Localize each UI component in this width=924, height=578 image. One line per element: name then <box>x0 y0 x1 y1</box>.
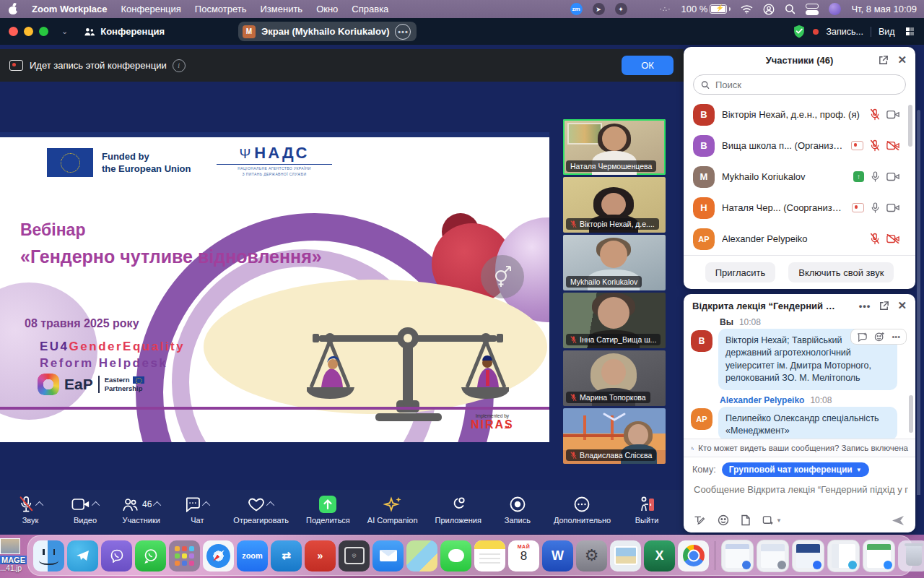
video-tile[interactable]: Наталя Чермошенцева <box>563 119 666 175</box>
calendar-dock-icon[interactable]: МАЙ 8 <box>508 540 539 571</box>
camera-icon[interactable] <box>886 203 899 212</box>
search-input[interactable] <box>714 79 898 91</box>
maps-dock-icon[interactable] <box>406 540 437 571</box>
notes-dock-icon[interactable] <box>474 540 505 571</box>
view-grid-icon[interactable] <box>906 27 915 36</box>
video-tile[interactable]: Марина Топоркова <box>563 350 666 406</box>
close-icon[interactable]: ✕ <box>897 299 907 312</box>
toolbar-chat-button[interactable]: Чат <box>178 495 216 525</box>
message-author[interactable]: Alexander Pelypeiko <box>720 395 804 405</box>
screenshot-icon[interactable] <box>762 515 774 526</box>
trash-dock-icon[interactable] <box>898 540 924 571</box>
telegram-dock-icon[interactable] <box>67 540 98 571</box>
keyboard-flag-icon[interactable] <box>637 5 650 13</box>
mail-dock-icon[interactable] <box>372 540 404 571</box>
whatsapp-dock-icon[interactable] <box>135 540 166 571</box>
menu-help[interactable]: Справка <box>352 4 388 14</box>
collapse-thumbnails-button[interactable] <box>563 412 666 422</box>
chat-message[interactable]: AP Пелипейко Олександр спеціальність «Ме… <box>691 407 908 439</box>
toolbar-share-button[interactable]: Поделиться <box>306 495 350 525</box>
mic-icon[interactable] <box>871 202 880 214</box>
mic-icon[interactable] <box>871 171 880 183</box>
toolbar-participants-button[interactable]: 46 Участники <box>121 495 161 525</box>
word-dock-icon[interactable]: W <box>542 540 573 571</box>
recording-status[interactable]: Запись... <box>826 27 863 37</box>
control-center-icon[interactable] <box>806 4 819 15</box>
reply-icon[interactable] <box>857 332 868 342</box>
shield-check-icon[interactable] <box>793 25 806 38</box>
popout-icon[interactable] <box>879 301 889 311</box>
location-icon[interactable]: ➤ <box>593 3 605 15</box>
toolbar-video-button[interactable]: Видео <box>66 495 104 525</box>
participant-row[interactable]: AP Alexander Pelypeiko <box>684 223 915 254</box>
menu-app-name[interactable]: Zoom Workplace <box>32 4 108 14</box>
excel-dock-icon[interactable]: X <box>644 540 675 571</box>
chat-message-input[interactable] <box>692 483 910 496</box>
dim-dots-icon[interactable]: ·∴· <box>660 5 671 13</box>
preview-dock-icon[interactable] <box>610 540 641 571</box>
launchpad-dock-icon[interactable] <box>169 540 200 571</box>
react-options-caret[interactable] <box>266 501 274 509</box>
file-icon[interactable] <box>741 514 751 526</box>
window-scrollbar[interactable] <box>917 110 920 495</box>
participant-row[interactable]: В Вища школа п... (Организатор) <box>684 130 915 161</box>
participants-scrollbar[interactable] <box>908 105 912 147</box>
toolbar-more-button[interactable]: Дополнительно <box>554 495 611 525</box>
participants-search[interactable] <box>693 74 906 95</box>
desktop-file-icon[interactable]: MAGE ...41.jp <box>0 538 27 572</box>
unmute-button[interactable]: Включить свой звук <box>788 262 894 282</box>
chat-message[interactable]: В Вікторія Нехай; Таврійський державний … <box>691 329 908 390</box>
video-tile[interactable]: Mykhailo Koriukalov <box>563 235 666 290</box>
mic-muted-icon[interactable] <box>870 139 880 152</box>
zoom-window-button[interactable] <box>39 27 48 36</box>
camera-icon[interactable] <box>886 172 899 181</box>
participant-row[interactable]: В Вікторія Нехай, д.е.н., проф. (я) <box>684 99 915 130</box>
chat-scrollbar[interactable] <box>909 395 913 433</box>
minimized-window[interactable] <box>827 540 860 572</box>
camera-off-icon[interactable] <box>886 234 899 243</box>
participant-row[interactable]: H Наталя Чер... (Соорганизатор) <box>684 192 915 223</box>
chevron-down-icon[interactable]: ⌄ <box>61 27 68 36</box>
minimized-window[interactable] <box>757 540 789 572</box>
emoji-icon[interactable] <box>718 514 729 526</box>
messages-dock-icon[interactable] <box>440 540 471 571</box>
video-tile[interactable]: Інна Сатир_Вища ш... <box>563 293 666 348</box>
popout-icon[interactable] <box>878 55 889 66</box>
more-icon[interactable]: ••• <box>892 332 900 341</box>
toolbar-audio-button[interactable]: Звук <box>12 495 49 525</box>
chat-privacy-note[interactable]: Кто может видеть ваши сообщения? Запись … <box>684 439 915 457</box>
zoom-dock-icon[interactable]: zoom <box>237 540 268 571</box>
menubar-clock[interactable]: Чт, 8 мая 10:09 <box>851 4 917 14</box>
participants-options-caret[interactable] <box>153 501 161 509</box>
video-options-caret[interactable] <box>91 501 99 509</box>
view-button[interactable]: Вид <box>879 27 895 37</box>
app-circle-icon[interactable] <box>829 3 841 15</box>
camera-off-icon[interactable] <box>886 141 899 150</box>
safari-dock-icon[interactable] <box>203 540 234 571</box>
conference-tab[interactable]: Конференция <box>84 26 165 37</box>
battery-indicator[interactable]: 100 % ⚡ <box>681 4 731 14</box>
participant-row[interactable]: M Mykhailo Koriukalov ↑ <box>684 161 915 192</box>
info-icon[interactable]: i <box>173 59 186 72</box>
wifi-icon[interactable] <box>741 4 753 14</box>
viber-dock-icon[interactable] <box>101 540 132 571</box>
utility-icon[interactable]: ✦ <box>615 3 627 15</box>
screen-share-tab[interactable]: М Экран (Mykhailo Koriukalov) ••• <box>238 22 417 41</box>
chrome-dock-icon[interactable] <box>678 540 709 571</box>
camera-icon[interactable] <box>886 110 899 119</box>
mic-muted-icon[interactable] <box>870 233 880 245</box>
toolbar-react-button[interactable]: Отреагировать <box>233 495 289 525</box>
send-icon[interactable] <box>892 514 905 527</box>
chat-recipient-selector[interactable]: Групповой чат конференции ▼ <box>722 462 869 477</box>
format-icon[interactable] <box>694 515 706 526</box>
audio-options-caret[interactable] <box>35 501 43 509</box>
chat-options-caret[interactable] <box>202 501 210 509</box>
search-icon[interactable] <box>785 4 796 14</box>
menu-conference[interactable]: Конференция <box>121 4 181 14</box>
close-icon[interactable]: ✕ <box>897 53 907 66</box>
minimize-window-button[interactable] <box>24 27 33 36</box>
video-tile[interactable]: Вікторія Нехай, д.е.... <box>563 177 666 233</box>
mic-muted-icon[interactable] <box>870 108 880 121</box>
menu-edit[interactable]: Изменить <box>260 4 302 14</box>
minimized-window[interactable] <box>721 540 754 572</box>
